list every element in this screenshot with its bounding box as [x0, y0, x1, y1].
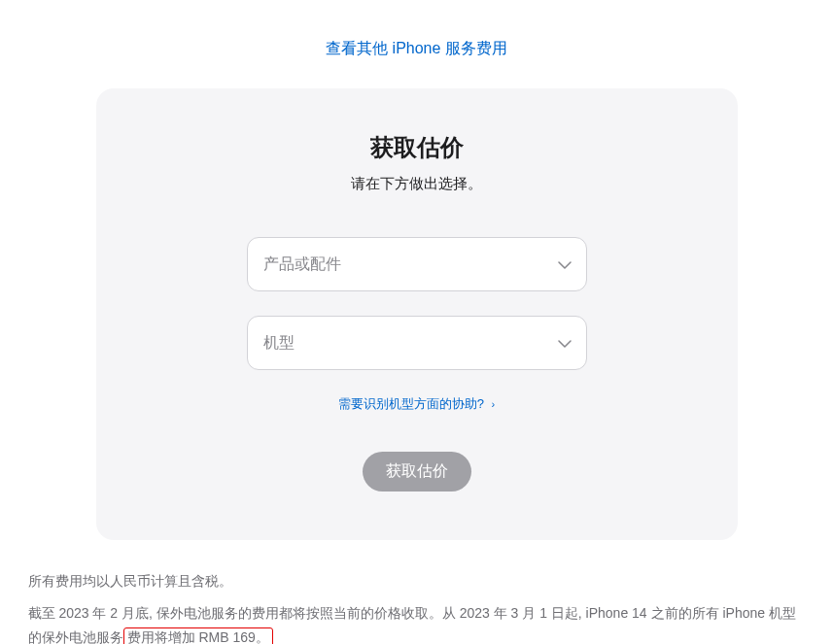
- help-link-container: 需要识别机型方面的协助? ›: [155, 394, 679, 413]
- card-title: 获取估价: [155, 132, 679, 163]
- top-link-container: 查看其他 iPhone 服务费用: [0, 0, 833, 88]
- identify-model-help-link[interactable]: 需要识别机型方面的协助? ›: [338, 396, 496, 411]
- card-subtitle: 请在下方做出选择。: [155, 175, 679, 193]
- other-services-link[interactable]: 查看其他 iPhone 服务费用: [326, 40, 507, 56]
- model-select-wrapper: 机型: [247, 316, 587, 370]
- help-link-text: 需要识别机型方面的协助?: [338, 396, 484, 411]
- estimate-card: 获取估价 请在下方做出选择。 产品或配件 机型 需要识别机型方面的协助? › 获…: [96, 88, 738, 540]
- product-select-wrapper: 产品或配件: [247, 237, 587, 291]
- get-estimate-button[interactable]: 获取估价: [363, 452, 471, 491]
- product-select[interactable]: 产品或配件: [247, 237, 587, 291]
- price-increase-highlight: 费用将增加 RMB 169。: [123, 627, 273, 644]
- footer-line-2: 截至 2023 年 2 月底, 保外电池服务的费用都将按照当前的价格收取。从 2…: [28, 601, 806, 644]
- footer-line-1: 所有费用均以人民币计算且含税。: [28, 569, 806, 593]
- footer-notes: 所有费用均以人民币计算且含税。 截至 2023 年 2 月底, 保外电池服务的费…: [18, 569, 816, 644]
- chevron-right-icon: ›: [492, 398, 496, 410]
- model-select[interactable]: 机型: [247, 316, 587, 370]
